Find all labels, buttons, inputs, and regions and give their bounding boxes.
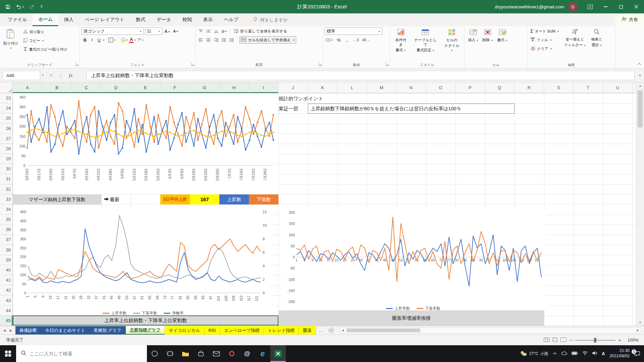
chart-mothers-updown[interactable]: 0501001502002503003504004500246810121591… [14,209,272,315]
name-box-dropdown-icon[interactable]: ▼ [42,74,44,76]
column-header-N[interactable]: N [396,82,426,93]
font-dialog-launcher[interactable] [191,61,195,67]
up-count-cell[interactable]: 上昇数 [219,194,249,204]
percent-format-icon[interactable]: % [335,36,342,44]
ribbon-tab-1[interactable]: ホーム [33,13,58,26]
number-format-combo[interactable]: 標準▼ [325,27,382,35]
column-header-T[interactable]: T [574,82,603,93]
paste-button[interactable]: 貼り付け ▼ [2,27,20,53]
save-icon[interactable] [5,4,10,9]
decrease-decimal-icon[interactable]: .00→ [361,36,370,44]
row-header-27[interactable]: 27 [0,134,12,144]
new-sheet-button[interactable] [326,326,337,335]
browser-ring-icon[interactable] [224,345,239,362]
row-header-45[interactable]: 45 [0,316,12,326]
row-header-23[interactable]: 23 [0,93,12,103]
row-header-37[interactable]: 37 [0,235,12,245]
ribbon-tab-0[interactable]: ファイル [2,13,33,26]
decrease-indent-icon[interactable] [220,36,227,44]
close-button[interactable] [629,0,644,13]
clear-button[interactable]: クリア▼ [529,45,560,52]
merge-center-button[interactable]: セルを結合して中央揃え▼ [239,36,296,44]
increase-font-size-icon[interactable]: A▲ [164,27,171,35]
column-header-I[interactable]: I [249,82,278,93]
collapse-ribbon-icon[interactable] [637,61,641,67]
vertical-scroll-thumb[interactable] [638,90,643,127]
cortana-icon[interactable] [147,345,162,362]
increase-decimal-icon[interactable]: ←.0 [352,36,359,44]
ribbon-tab-8[interactable]: ヘルプ [218,13,244,26]
sheet-tab-2[interactable]: 業種別 グラフ [90,326,126,335]
column-header-A[interactable]: A [13,82,42,93]
formula-input[interactable]: 上昇率上位銘柄数・下降率上位変動数 [87,71,635,80]
fill-button[interactable]: フィル▼ [529,36,560,44]
sheet-tab-6[interactable]: エンベロープ指標 [220,326,264,335]
vertical-scrollbar[interactable]: ▲ ▼ [636,82,644,326]
hscroll-right-icon[interactable]: ▶ [637,329,639,332]
borders-icon[interactable]: ▼ [108,36,116,44]
column-header-C[interactable]: C [72,82,101,93]
wifi-icon[interactable] [582,351,588,356]
row-header-26[interactable]: 26 [0,124,12,134]
italic-button[interactable]: I [89,36,96,44]
sheet-tab-0[interactable]: 株価診断 [15,326,41,335]
at-app-icon[interactable]: @ [239,345,255,362]
onedrive-cloud-icon[interactable] [561,351,567,356]
select-all-corner[interactable] [0,82,13,93]
delete-cells-button[interactable]: 削除 ▼ [481,27,495,44]
cancel-entry-icon[interactable]: ✕ [49,73,53,78]
maximize-button[interactable] [613,0,629,13]
scroll-up-icon[interactable]: ▲ [636,82,644,89]
number-dialog-launcher[interactable] [386,61,389,67]
column-header-M[interactable]: M [367,82,396,93]
column-header-U[interactable]: U [603,82,633,93]
format-cells-button[interactable]: 書式 ▼ [495,27,509,44]
format-as-table-button[interactable]: テーブルとして 書式設定 ▼ [411,27,440,54]
undo-icon[interactable]: ▼ [16,4,24,9]
ribbon-display-options-icon[interactable] [582,0,598,13]
column-header-L[interactable]: L [337,82,367,93]
row-header-36[interactable]: 36 [0,225,12,235]
autosum-button[interactable]: Σオート SUM▼ [529,27,560,35]
column-header-S[interactable]: S [544,82,574,93]
horizontal-scrollbar[interactable]: ◀ ▶ [340,327,641,333]
insert-cells-button[interactable]: 挿入 ▼ [466,27,480,44]
ime-indicator[interactable]: A [602,351,605,356]
font-size-combo[interactable]: 11▼ [145,27,162,35]
file-explorer-icon[interactable] [178,345,193,362]
column-header-J[interactable]: J [278,82,308,93]
column-header-P[interactable]: P [455,82,485,93]
cell-styles-button[interactable]: セルの スタイル ▼ [441,27,463,54]
align-right-icon[interactable] [213,36,220,44]
clock[interactable]: 21:30 2021/08/02 [609,348,630,359]
sheet-tab-7[interactable]: トレンド指標 [264,326,299,335]
caption-left-cell[interactable]: 上昇率上位銘柄数・下降率上位変動数 [13,315,278,325]
row-header-24[interactable]: 24 [0,103,12,113]
page-break-view-icon[interactable] [560,338,566,343]
caption-right-cell[interactable]: 騰落率増減率推移 [278,310,544,326]
zoom-out-icon[interactable]: − [570,337,573,343]
column-header-R[interactable]: R [515,82,544,93]
comma-format-icon[interactable]: , [343,36,351,44]
find-select-button[interactable]: 検索と 選択 ▼ [590,27,604,52]
cell-j24[interactable]: 東証一部 [279,104,298,114]
row-header-25[interactable]: 25 [0,113,12,123]
row-header-35[interactable]: 35 [0,215,12,225]
zoom-thumb[interactable] [594,338,596,343]
store-icon[interactable] [193,345,209,362]
conditional-formatting-button[interactable]: 条件付き 書式 ▼ [392,27,410,54]
tray-chevron-up-icon[interactable] [553,351,557,356]
minimize-button[interactable] [598,0,613,13]
zoom-slider[interactable] [575,340,615,341]
row-header-42[interactable]: 42 [0,285,12,295]
bold-button[interactable]: B [82,36,89,44]
column-header-B[interactable]: B [42,82,72,93]
volume-icon[interactable] [592,351,597,356]
align-bottom-icon[interactable] [213,27,220,35]
row-header-30[interactable]: 30 [0,164,12,174]
hscroll-left-icon[interactable]: ◀ [342,329,344,332]
clipboard-dialog-launcher[interactable] [75,61,79,67]
avg-label-cell[interactable]: 5日平均上昇 [160,194,190,204]
chart-advance-decline-change[interactable]: -200-150-100-500501001502001591317212529… [281,210,545,310]
mail-icon[interactable] [209,345,224,362]
